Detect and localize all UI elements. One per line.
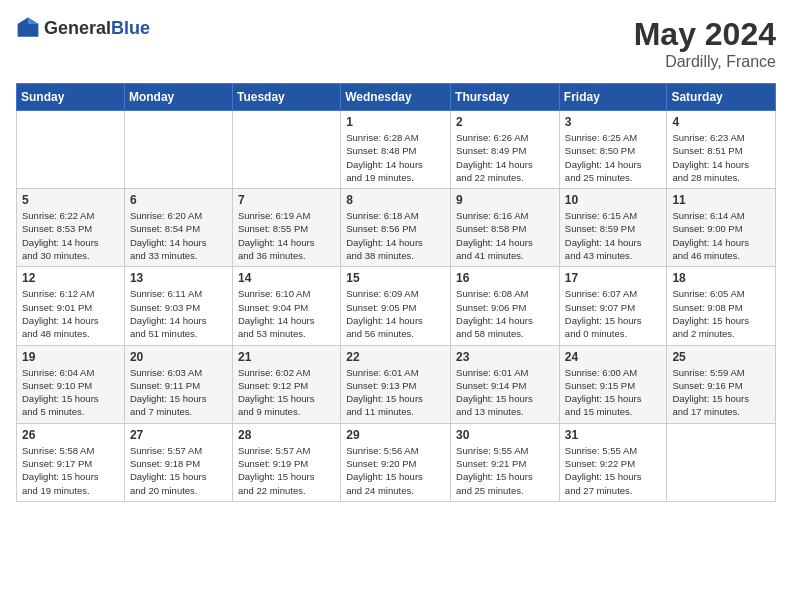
day-info: Sunrise: 6:00 AM Sunset: 9:15 PM Dayligh… <box>565 366 662 419</box>
calendar-week-row: 1Sunrise: 6:28 AM Sunset: 8:48 PM Daylig… <box>17 111 776 189</box>
day-info: Sunrise: 5:57 AM Sunset: 9:18 PM Dayligh… <box>130 444 227 497</box>
calendar-cell: 31Sunrise: 5:55 AM Sunset: 9:22 PM Dayli… <box>559 423 667 501</box>
day-info: Sunrise: 6:16 AM Sunset: 8:58 PM Dayligh… <box>456 209 554 262</box>
calendar-cell: 23Sunrise: 6:01 AM Sunset: 9:14 PM Dayli… <box>451 345 560 423</box>
page-header: GeneralBlue May 2024 Dardilly, France <box>16 16 776 71</box>
day-number: 25 <box>672 350 770 364</box>
day-number: 5 <box>22 193 119 207</box>
day-number: 9 <box>456 193 554 207</box>
day-number: 31 <box>565 428 662 442</box>
day-number: 15 <box>346 271 445 285</box>
day-info: Sunrise: 6:19 AM Sunset: 8:55 PM Dayligh… <box>238 209 335 262</box>
day-info: Sunrise: 6:01 AM Sunset: 9:14 PM Dayligh… <box>456 366 554 419</box>
day-number: 18 <box>672 271 770 285</box>
title-block: May 2024 Dardilly, France <box>634 16 776 71</box>
calendar-cell: 21Sunrise: 6:02 AM Sunset: 9:12 PM Dayli… <box>232 345 340 423</box>
day-info: Sunrise: 6:09 AM Sunset: 9:05 PM Dayligh… <box>346 287 445 340</box>
calendar-cell: 5Sunrise: 6:22 AM Sunset: 8:53 PM Daylig… <box>17 189 125 267</box>
day-info: Sunrise: 6:03 AM Sunset: 9:11 PM Dayligh… <box>130 366 227 419</box>
calendar-week-row: 5Sunrise: 6:22 AM Sunset: 8:53 PM Daylig… <box>17 189 776 267</box>
weekday-header: Tuesday <box>232 84 340 111</box>
day-number: 23 <box>456 350 554 364</box>
day-info: Sunrise: 6:15 AM Sunset: 8:59 PM Dayligh… <box>565 209 662 262</box>
logo-text-general: General <box>44 18 111 38</box>
logo-text-blue: Blue <box>111 18 150 38</box>
weekday-header: Sunday <box>17 84 125 111</box>
day-number: 8 <box>346 193 445 207</box>
day-number: 19 <box>22 350 119 364</box>
day-number: 24 <box>565 350 662 364</box>
day-info: Sunrise: 6:20 AM Sunset: 8:54 PM Dayligh… <box>130 209 227 262</box>
calendar-cell: 14Sunrise: 6:10 AM Sunset: 9:04 PM Dayli… <box>232 267 340 345</box>
day-info: Sunrise: 5:59 AM Sunset: 9:16 PM Dayligh… <box>672 366 770 419</box>
weekday-header: Monday <box>124 84 232 111</box>
day-number: 3 <box>565 115 662 129</box>
calendar-cell: 13Sunrise: 6:11 AM Sunset: 9:03 PM Dayli… <box>124 267 232 345</box>
calendar-cell: 30Sunrise: 5:55 AM Sunset: 9:21 PM Dayli… <box>451 423 560 501</box>
day-info: Sunrise: 6:05 AM Sunset: 9:08 PM Dayligh… <box>672 287 770 340</box>
calendar-location: Dardilly, France <box>634 53 776 71</box>
day-number: 26 <box>22 428 119 442</box>
day-info: Sunrise: 6:25 AM Sunset: 8:50 PM Dayligh… <box>565 131 662 184</box>
day-number: 27 <box>130 428 227 442</box>
logo-icon <box>16 16 40 40</box>
calendar-cell: 27Sunrise: 5:57 AM Sunset: 9:18 PM Dayli… <box>124 423 232 501</box>
calendar-cell <box>17 111 125 189</box>
calendar-cell: 1Sunrise: 6:28 AM Sunset: 8:48 PM Daylig… <box>341 111 451 189</box>
calendar-cell: 28Sunrise: 5:57 AM Sunset: 9:19 PM Dayli… <box>232 423 340 501</box>
logo: GeneralBlue <box>16 16 150 40</box>
calendar-cell: 25Sunrise: 5:59 AM Sunset: 9:16 PM Dayli… <box>667 345 776 423</box>
day-number: 20 <box>130 350 227 364</box>
day-info: Sunrise: 5:56 AM Sunset: 9:20 PM Dayligh… <box>346 444 445 497</box>
day-info: Sunrise: 6:26 AM Sunset: 8:49 PM Dayligh… <box>456 131 554 184</box>
day-number: 17 <box>565 271 662 285</box>
day-number: 7 <box>238 193 335 207</box>
calendar-cell: 26Sunrise: 5:58 AM Sunset: 9:17 PM Dayli… <box>17 423 125 501</box>
calendar-cell: 19Sunrise: 6:04 AM Sunset: 9:10 PM Dayli… <box>17 345 125 423</box>
weekday-header: Saturday <box>667 84 776 111</box>
calendar-week-row: 19Sunrise: 6:04 AM Sunset: 9:10 PM Dayli… <box>17 345 776 423</box>
day-number: 14 <box>238 271 335 285</box>
day-info: Sunrise: 5:57 AM Sunset: 9:19 PM Dayligh… <box>238 444 335 497</box>
day-number: 30 <box>456 428 554 442</box>
calendar-week-row: 12Sunrise: 6:12 AM Sunset: 9:01 PM Dayli… <box>17 267 776 345</box>
day-info: Sunrise: 6:04 AM Sunset: 9:10 PM Dayligh… <box>22 366 119 419</box>
day-number: 13 <box>130 271 227 285</box>
day-number: 29 <box>346 428 445 442</box>
calendar-cell: 12Sunrise: 6:12 AM Sunset: 9:01 PM Dayli… <box>17 267 125 345</box>
calendar-cell: 9Sunrise: 6:16 AM Sunset: 8:58 PM Daylig… <box>451 189 560 267</box>
day-number: 28 <box>238 428 335 442</box>
day-info: Sunrise: 6:02 AM Sunset: 9:12 PM Dayligh… <box>238 366 335 419</box>
weekday-header: Wednesday <box>341 84 451 111</box>
day-info: Sunrise: 6:01 AM Sunset: 9:13 PM Dayligh… <box>346 366 445 419</box>
calendar-cell: 8Sunrise: 6:18 AM Sunset: 8:56 PM Daylig… <box>341 189 451 267</box>
day-number: 6 <box>130 193 227 207</box>
day-info: Sunrise: 6:14 AM Sunset: 9:00 PM Dayligh… <box>672 209 770 262</box>
calendar-cell: 18Sunrise: 6:05 AM Sunset: 9:08 PM Dayli… <box>667 267 776 345</box>
calendar-cell: 17Sunrise: 6:07 AM Sunset: 9:07 PM Dayli… <box>559 267 667 345</box>
day-number: 10 <box>565 193 662 207</box>
day-number: 16 <box>456 271 554 285</box>
calendar-cell: 15Sunrise: 6:09 AM Sunset: 9:05 PM Dayli… <box>341 267 451 345</box>
calendar-cell: 3Sunrise: 6:25 AM Sunset: 8:50 PM Daylig… <box>559 111 667 189</box>
calendar-cell: 16Sunrise: 6:08 AM Sunset: 9:06 PM Dayli… <box>451 267 560 345</box>
day-info: Sunrise: 5:55 AM Sunset: 9:22 PM Dayligh… <box>565 444 662 497</box>
day-info: Sunrise: 6:08 AM Sunset: 9:06 PM Dayligh… <box>456 287 554 340</box>
day-info: Sunrise: 5:58 AM Sunset: 9:17 PM Dayligh… <box>22 444 119 497</box>
day-info: Sunrise: 6:10 AM Sunset: 9:04 PM Dayligh… <box>238 287 335 340</box>
calendar-header-row: SundayMondayTuesdayWednesdayThursdayFrid… <box>17 84 776 111</box>
calendar-title: May 2024 <box>634 16 776 53</box>
day-info: Sunrise: 6:12 AM Sunset: 9:01 PM Dayligh… <box>22 287 119 340</box>
calendar-cell: 4Sunrise: 6:23 AM Sunset: 8:51 PM Daylig… <box>667 111 776 189</box>
day-number: 11 <box>672 193 770 207</box>
calendar-cell: 22Sunrise: 6:01 AM Sunset: 9:13 PM Dayli… <box>341 345 451 423</box>
day-number: 21 <box>238 350 335 364</box>
day-info: Sunrise: 6:18 AM Sunset: 8:56 PM Dayligh… <box>346 209 445 262</box>
day-info: Sunrise: 6:22 AM Sunset: 8:53 PM Dayligh… <box>22 209 119 262</box>
calendar-week-row: 26Sunrise: 5:58 AM Sunset: 9:17 PM Dayli… <box>17 423 776 501</box>
calendar-cell: 7Sunrise: 6:19 AM Sunset: 8:55 PM Daylig… <box>232 189 340 267</box>
day-info: Sunrise: 6:07 AM Sunset: 9:07 PM Dayligh… <box>565 287 662 340</box>
day-number: 1 <box>346 115 445 129</box>
day-info: Sunrise: 6:28 AM Sunset: 8:48 PM Dayligh… <box>346 131 445 184</box>
day-number: 4 <box>672 115 770 129</box>
